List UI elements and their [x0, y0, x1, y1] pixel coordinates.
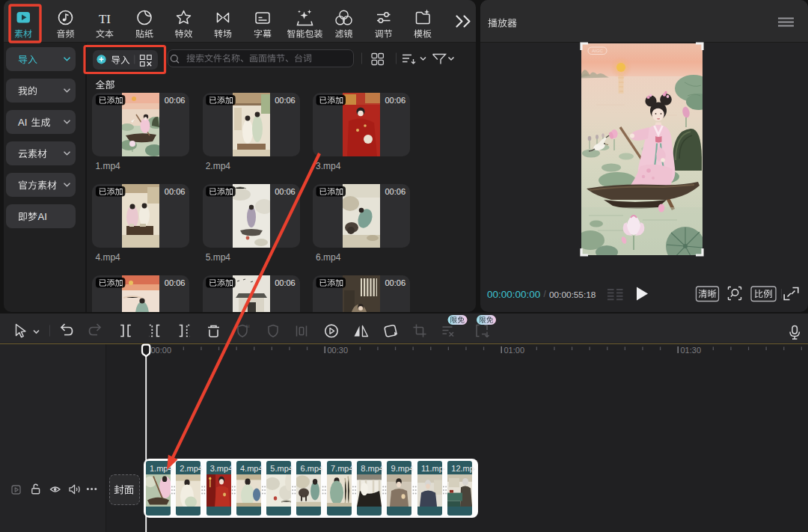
svg-text:01:30: 01:30 [681, 346, 702, 355]
svg-text:00:06: 00:06 [275, 96, 296, 105]
svg-text:2.mp4: 2.mp4 [206, 161, 231, 171]
svg-text:00:06: 00:06 [385, 96, 405, 105]
svg-text:00:30: 00:30 [328, 346, 349, 355]
svg-text:1.mp4: 1.mp4 [95, 161, 120, 171]
svg-text:00:06: 00:06 [165, 278, 186, 287]
svg-text:00:00:00:00: 00:00:00:00 [487, 289, 540, 300]
svg-text:7.mp4: 7.mp4 [331, 464, 354, 473]
svg-text:6.mp4: 6.mp4 [316, 252, 341, 263]
svg-text:12.mp4: 12.mp4 [451, 464, 479, 473]
svg-text:11.mp4: 11.mp4 [421, 464, 448, 473]
svg-text:00:06: 00:06 [385, 187, 405, 196]
svg-text:5.mp4: 5.mp4 [206, 252, 231, 263]
svg-text:9.mp4: 9.mp4 [391, 464, 414, 473]
svg-text:AI: AI [18, 117, 27, 128]
svg-text:00:00: 00:00 [151, 346, 172, 355]
svg-text:00:00:55:18: 00:00:55:18 [549, 290, 596, 300]
svg-text:5.mp4: 5.mp4 [270, 464, 293, 473]
svg-text:4.mp4: 4.mp4 [240, 464, 263, 473]
svg-text:01:00: 01:00 [504, 346, 525, 355]
svg-text:00:06: 00:06 [385, 278, 405, 287]
svg-text:00:06: 00:06 [275, 278, 296, 287]
svg-text:00:06: 00:06 [165, 96, 186, 105]
svg-text:4.mp4: 4.mp4 [95, 252, 120, 263]
svg-text:2.mp4: 2.mp4 [180, 464, 203, 473]
svg-text:00:06: 00:06 [275, 187, 296, 196]
svg-text:AI: AI [38, 211, 47, 222]
svg-text:6.mp4: 6.mp4 [301, 464, 324, 473]
svg-text:8.mp4: 8.mp4 [361, 464, 384, 473]
svg-text:/: / [544, 289, 547, 299]
svg-text:3.mp4: 3.mp4 [210, 464, 233, 473]
svg-text:00:06: 00:06 [165, 187, 186, 196]
svg-text:3.mp4: 3.mp4 [316, 161, 341, 171]
